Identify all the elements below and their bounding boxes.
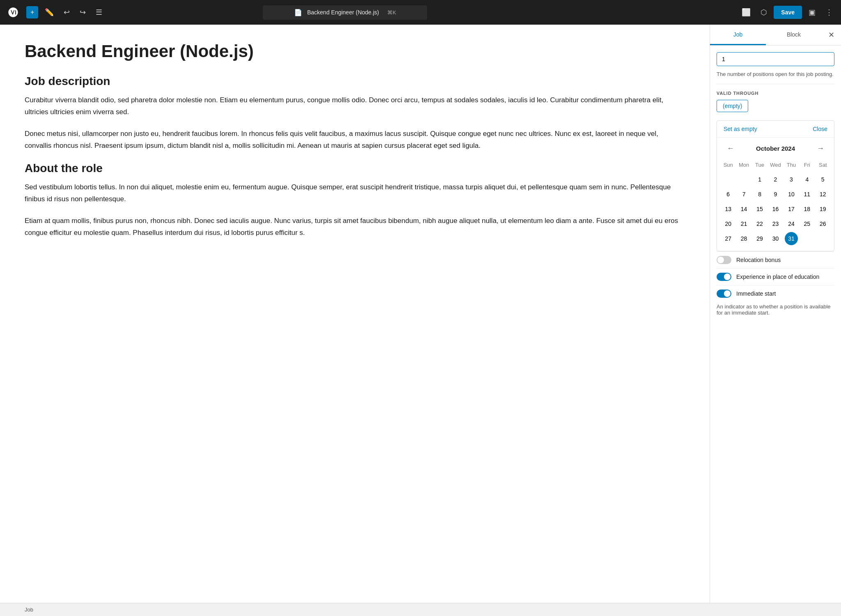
valid-through-section: VALID THROUGH (empty) (717, 84, 834, 117)
tab-job[interactable]: Job (710, 25, 766, 45)
positions-input[interactable] (717, 52, 834, 66)
calendar-grid: SunMonTueWedThuFriSat 123456789101112131… (717, 159, 834, 251)
layout-button[interactable]: ▣ (805, 5, 819, 19)
sidebar-content: The number of positions open for this jo… (710, 46, 841, 326)
calendar-day[interactable]: 12 (816, 188, 830, 201)
calendar-day[interactable]: 29 (753, 232, 766, 245)
keyboard-shortcut: ⌘K (387, 9, 396, 16)
weekday-header: Sat (815, 159, 831, 170)
calendar-day[interactable]: 20 (722, 217, 735, 230)
immediate-label: Immediate start (736, 290, 776, 297)
calendar-day[interactable]: 14 (738, 202, 751, 216)
redo-button[interactable]: ↪ (76, 5, 89, 19)
calendar-day[interactable]: 27 (722, 232, 735, 245)
calendar-day[interactable]: 24 (785, 217, 798, 230)
month-year-label: October 2024 (756, 145, 795, 152)
sidebar-tabs: Job Block ✕ (710, 25, 841, 46)
post-title: Backend Engineer (Node.js) (25, 41, 685, 62)
calendar-day[interactable]: 3 (785, 173, 798, 186)
year-label: 2024 (781, 145, 795, 152)
calendar-day[interactable]: 16 (769, 202, 782, 216)
relocation-toggle[interactable] (717, 256, 731, 264)
external-link-button[interactable]: ⬡ (757, 5, 770, 19)
weekday-header: Thu (784, 159, 799, 170)
calendar-day[interactable]: 25 (800, 217, 813, 230)
datepicker-header: ← October 2024 → (717, 138, 834, 159)
more-options-button[interactable]: ⋮ (822, 5, 836, 19)
prev-month-button[interactable]: ← (724, 143, 738, 154)
view-button[interactable]: ⬜ (738, 5, 754, 19)
experience-toggle[interactable] (717, 273, 731, 281)
toolbar: + ✏️ ↩ ↪ ☰ 📄 Backend Engineer (Node.js) … (0, 0, 841, 25)
calendar-day[interactable]: 30 (769, 232, 782, 245)
calendar-day[interactable]: 21 (738, 217, 751, 230)
calendar-day[interactable]: 1 (753, 173, 766, 186)
calendar-day[interactable]: 4 (800, 173, 813, 186)
empty-day-cell (816, 232, 830, 245)
empty-date-button[interactable]: (empty) (717, 100, 748, 112)
calendar-day[interactable]: 13 (722, 202, 735, 216)
weekday-headers: SunMonTueWedThuFriSat (720, 159, 831, 170)
add-block-button[interactable]: + (26, 6, 38, 18)
weekday-header: Sun (720, 159, 736, 170)
positions-description: The number of positions open for this jo… (717, 71, 834, 77)
about-role-heading: About the role (25, 162, 685, 175)
document-icon: 📄 (294, 9, 302, 16)
calendar-day[interactable]: 18 (800, 202, 813, 216)
main-layout: Backend Engineer (Node.js) Job descripti… (0, 25, 841, 603)
calendar-day[interactable]: 9 (769, 188, 782, 201)
calendar-day[interactable]: 7 (738, 188, 751, 201)
immediate-description: An indicator as to whether a position is… (717, 303, 834, 319)
weekday-header: Mon (736, 159, 751, 170)
calendar-day[interactable]: 19 (816, 202, 830, 216)
weekday-header: Tue (752, 159, 767, 170)
immediate-toggle-slider (717, 290, 731, 298)
job-description-heading: Job description (25, 75, 685, 88)
immediate-toggle-row: Immediate start (717, 285, 834, 302)
calendar-day[interactable]: 10 (785, 188, 798, 201)
datepicker: Set as empty Close ← October 2024 → SunM… (717, 120, 834, 251)
calendar-day[interactable]: 22 (753, 217, 766, 230)
weekday-header: Fri (799, 159, 815, 170)
calendar-day[interactable]: 11 (800, 188, 813, 201)
undo-button[interactable]: ↩ (60, 5, 73, 19)
close-datepicker-button[interactable]: Close (813, 126, 827, 132)
calendar-day[interactable]: 17 (785, 202, 798, 216)
relocation-toggle-row: Relocation bonus (717, 251, 834, 268)
immediate-toggle[interactable] (717, 290, 731, 298)
set-as-empty-button[interactable]: Set as empty (724, 126, 757, 132)
sidebar: Job Block ✕ The number of positions open… (710, 25, 841, 603)
save-button[interactable]: Save (774, 6, 802, 19)
document-title: Backend Engineer (Node.js) (307, 9, 379, 16)
paragraph-2: Donec metus nisi, ullamcorper non justo … (25, 128, 685, 152)
weekday-header: Wed (767, 159, 783, 170)
calendar-day[interactable]: 28 (738, 232, 751, 245)
paragraph-3: Sed vestibulum lobortis tellus. In non d… (25, 182, 685, 205)
tab-block[interactable]: Block (766, 25, 822, 45)
toolbar-right: ⬜ ⬡ Save ▣ ⋮ (738, 5, 836, 19)
edit-button[interactable]: ✏️ (41, 5, 57, 19)
relocation-toggle-slider (717, 256, 731, 264)
experience-toggle-slider (717, 273, 731, 281)
paragraph-1: Curabitur viverra blandit odio, sed phar… (25, 94, 685, 118)
sidebar-close-button[interactable]: ✕ (822, 25, 841, 45)
wp-icon (7, 7, 19, 18)
calendar-days[interactable]: 1234567891011121314151617181920212223242… (720, 172, 831, 246)
calendar-day[interactable]: 2 (769, 173, 782, 186)
calendar-day[interactable]: 15 (753, 202, 766, 216)
calendar-day[interactable]: 6 (722, 188, 735, 201)
next-month-button[interactable]: → (813, 143, 827, 154)
editor-area: Backend Engineer (Node.js) Job descripti… (0, 25, 710, 603)
document-title-bar: 📄 Backend Engineer (Node.js) ⌘K (263, 5, 427, 20)
experience-label: Experience in place of education (736, 274, 819, 280)
calendar-day[interactable]: 31 (785, 232, 798, 245)
calendar-day[interactable]: 26 (816, 217, 830, 230)
valid-through-label: VALID THROUGH (717, 91, 834, 96)
month-label: October (756, 145, 780, 152)
list-view-button[interactable]: ☰ (92, 5, 106, 19)
calendar-day[interactable]: 8 (753, 188, 766, 201)
calendar-day[interactable]: 5 (816, 173, 830, 186)
wordpress-logo (5, 4, 21, 21)
empty-day-cell (800, 232, 813, 245)
calendar-day[interactable]: 23 (769, 217, 782, 230)
